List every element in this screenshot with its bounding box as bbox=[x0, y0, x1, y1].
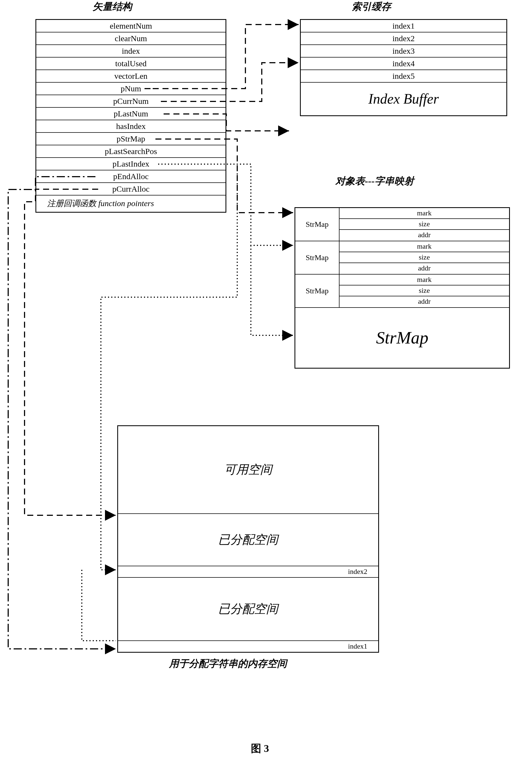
strmap-field: addr bbox=[340, 263, 509, 274]
vector-struct-box: elementNum clearNum index totalUsed vect… bbox=[35, 19, 226, 213]
strmap-group: StrMap mark size addr bbox=[295, 275, 509, 308]
heading-object-table: 对象表---字串映射 bbox=[335, 175, 414, 188]
arrow-pendalloc bbox=[8, 177, 116, 649]
diagram-canvas: 矢量结构 索引缓存 对象表---字串映射 elementNum clearNum… bbox=[0, 0, 532, 783]
vector-field-pcurrnum: pCurrNum bbox=[36, 95, 225, 108]
index-buffer-box: index1 index2 index3 index4 index5 Index… bbox=[300, 19, 507, 116]
arrow-extra-dotted bbox=[82, 570, 116, 641]
strmap-group: StrMap mark size addr bbox=[295, 241, 509, 275]
memory-alloc2: 已分配空间 bbox=[118, 578, 378, 641]
heading-memspace: 用于分配字符串的内存空间 bbox=[169, 657, 287, 670]
vector-field-plastnum: pLastNum bbox=[36, 108, 225, 120]
heading-vector: 矢量结构 bbox=[93, 0, 132, 13]
memory-index2: index2 bbox=[118, 566, 378, 578]
arrow-pcurralloc bbox=[25, 189, 116, 515]
vector-field-pnum: pNum bbox=[36, 83, 225, 95]
index-item: index1 bbox=[301, 20, 506, 32]
index-item: index4 bbox=[301, 58, 506, 70]
strmap-box: StrMap mark size addr StrMap mark size a… bbox=[294, 207, 510, 369]
memory-index1: index1 bbox=[118, 641, 378, 652]
strmap-field: mark bbox=[340, 241, 509, 252]
strmap-group-label: StrMap bbox=[295, 241, 340, 274]
strmap-group-label: StrMap bbox=[295, 275, 340, 307]
strmap-field: mark bbox=[340, 275, 509, 285]
vector-field-pendalloc: pEndAlloc bbox=[36, 170, 225, 183]
strmap-group-label: StrMap bbox=[295, 208, 340, 241]
vector-field: hasIndex bbox=[36, 120, 225, 133]
vector-field: vectorLen bbox=[36, 70, 225, 83]
memory-alloc1: 已分配空间 bbox=[118, 514, 378, 566]
vector-footer: 注册回调函数 function pointers bbox=[36, 195, 225, 212]
vector-field: elementNum bbox=[36, 20, 225, 32]
figure-caption: 图 3 bbox=[251, 742, 269, 755]
strmap-group: StrMap mark size addr bbox=[295, 208, 509, 241]
strmap-field: size bbox=[340, 252, 509, 263]
vector-field: totalUsed bbox=[36, 58, 225, 70]
index-item: index5 bbox=[301, 70, 506, 83]
index-buffer-label: Index Buffer bbox=[301, 83, 506, 115]
memory-box: 可用空间 已分配空间 index2 已分配空间 index1 bbox=[117, 425, 379, 653]
vector-field: clearNum bbox=[36, 32, 225, 45]
strmap-field: addr bbox=[340, 230, 509, 241]
vector-field: pLastSearchPos bbox=[36, 145, 225, 158]
strmap-big-label: StrMap bbox=[295, 308, 509, 368]
strmap-field: mark bbox=[340, 208, 509, 219]
vector-field-pstrmap: pStrMap bbox=[36, 133, 225, 145]
index-item: index2 bbox=[301, 32, 506, 45]
strmap-field: addr bbox=[340, 296, 509, 307]
strmap-field: size bbox=[340, 285, 509, 296]
vector-field-plastindex: pLastIndex bbox=[36, 158, 225, 170]
arrow-plastindex-to-strmap2 bbox=[251, 245, 293, 335]
strmap-field: size bbox=[340, 219, 509, 230]
vector-field-pcurralloc: pCurrAlloc bbox=[36, 183, 225, 195]
heading-index-cache: 索引缓存 bbox=[352, 0, 391, 13]
memory-free: 可用空间 bbox=[118, 426, 378, 514]
vector-field: index bbox=[36, 45, 225, 58]
index-item: index3 bbox=[301, 45, 506, 58]
